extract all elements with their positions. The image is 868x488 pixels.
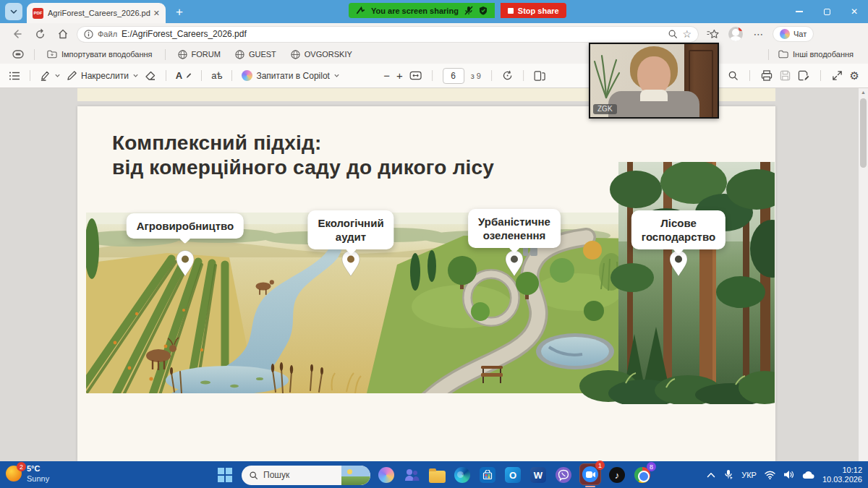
taskbar-copilot-icon[interactable] [377, 466, 396, 484]
taskbar-outlook-icon[interactable]: O [503, 466, 522, 484]
weather-widget[interactable]: 2 5°C Sunny [6, 463, 49, 484]
taskbar-search[interactable]: Пошук [242, 466, 370, 485]
window-minimize-button[interactable] [786, 0, 813, 23]
highlighter-button[interactable] [40, 70, 61, 81]
taskbar-clock[interactable]: 10:12 10.03.2026 [822, 466, 862, 484]
page-total-label: з 9 [471, 72, 481, 80]
globe-icon [178, 50, 187, 59]
page-view-button[interactable] [534, 71, 545, 81]
url-text[interactable]: E:/AgriForest_Careers_2026.pdf [122, 29, 663, 39]
taskbar-word-icon[interactable]: W [529, 466, 548, 484]
scrollbar-thumb[interactable] [860, 98, 867, 168]
read-aloud-button[interactable]: аѣ [211, 70, 222, 81]
screen: PDF AgriForest_Careers_2026.pdf ✕ + You … [0, 0, 868, 488]
globe-icon [291, 50, 300, 59]
small-pen-icon [186, 72, 192, 79]
microphone-in-use-icon[interactable] [723, 469, 733, 480]
pdf-content-area[interactable]: Комплексний підхід: від комерційного сад… [0, 88, 868, 461]
save-as-button[interactable] [798, 70, 809, 81]
reload-button[interactable] [30, 25, 49, 43]
pdf-toolbar: Накреслити A аѣ Запитати в Copilot − + з… [0, 64, 868, 88]
weather-condition: Sunny [27, 474, 49, 484]
onedrive-cloud-icon[interactable] [802, 471, 814, 479]
zoom-page-icon[interactable] [668, 29, 678, 39]
screen-share-banner: You are screen sharing Stop share [349, 3, 566, 18]
window-close-button[interactable]: ✕ [841, 0, 868, 23]
collections-icon[interactable] [703, 25, 722, 43]
copilot-icon [242, 70, 252, 81]
scroll-up-arrow[interactable]: ▲ [861, 90, 866, 95]
browser-navbar: Файл E:/AgriForest_Careers_2026.pdf ☆ ⋯ … [0, 23, 868, 45]
pdf-page: Комплексний підхід: від комерційного сад… [77, 106, 775, 461]
save-button[interactable] [780, 70, 791, 81]
taskbar-tiktok-icon[interactable]: ♪ [608, 466, 626, 484]
tab-pdf[interactable]: PDF AgriForest_Careers_2026.pdf ✕ [27, 3, 166, 23]
zoom-active-indicator [585, 486, 595, 487]
bookmark-forum[interactable]: FORUM [172, 47, 226, 61]
new-tab-button[interactable]: + [176, 6, 183, 18]
zoom-in-button[interactable]: + [396, 69, 403, 82]
tray-expand-chevron[interactable] [707, 472, 715, 478]
stop-share-button[interactable]: Stop share [501, 3, 566, 18]
draw-button[interactable]: Накреслити [67, 70, 139, 81]
table-of-contents-button[interactable] [9, 71, 20, 81]
taskbar-explorer-icon[interactable] [427, 466, 446, 484]
page-number-input[interactable] [443, 68, 464, 84]
rotate-button[interactable] [502, 70, 513, 81]
volume-icon[interactable] [783, 470, 794, 479]
info-icon[interactable] [84, 30, 93, 39]
slide-illustration [86, 162, 775, 404]
search-placeholder: Пошук [263, 470, 336, 480]
copilot-chat-button[interactable]: Чат [773, 26, 814, 42]
slide-title-line1: Комплексний підхід: [112, 131, 494, 155]
divider [432, 70, 433, 81]
bookmark-import-favorites[interactable]: Імпортувати вподобання [41, 47, 158, 61]
tab-list-chevron-button[interactable] [5, 3, 22, 20]
divider [30, 70, 30, 81]
workspaces-icon[interactable] [9, 46, 27, 63]
taskbar-store-icon[interactable] [478, 466, 497, 484]
browser-menu-button[interactable]: ⋯ [749, 25, 768, 43]
tab-close-icon[interactable]: ✕ [153, 9, 160, 18]
add-text-button[interactable]: A [176, 70, 192, 81]
weather-badge: 2 [17, 462, 26, 471]
settings-gear-button[interactable]: ⚙ [850, 69, 859, 82]
pdf-toolbar-right: ⚙ [728, 69, 859, 82]
taskbar-teams-icon[interactable] [402, 466, 421, 484]
pen-icon [67, 70, 77, 81]
print-button[interactable] [761, 70, 773, 81]
profile-avatar[interactable] [726, 25, 745, 43]
bookmark-guest[interactable]: GUEST [229, 47, 282, 61]
taskbar-edge-icon[interactable] [453, 466, 472, 484]
other-favorites-button[interactable]: Інші вподобання [773, 47, 859, 61]
ask-copilot-button[interactable]: Запитати в Copilot [242, 70, 340, 81]
callout-forestry: Лісове господарство [631, 210, 726, 249]
address-bar[interactable]: Файл E:/AgriForest_Careers_2026.pdf ☆ [77, 26, 699, 43]
fullscreen-button[interactable] [832, 70, 843, 81]
map-pin-agro [176, 250, 195, 277]
divider [491, 70, 492, 81]
divider [231, 70, 232, 81]
copilot-icon [780, 29, 790, 39]
taskbar-chrome-icon[interactable]: 8 [633, 466, 652, 484]
bookmark-ovgorskiy[interactable]: OVGORSKIY [285, 47, 358, 61]
highlighter-icon [40, 70, 51, 81]
taskbar-zoom-icon-active[interactable]: 1 [579, 463, 601, 485]
favorite-star-icon[interactable]: ☆ [682, 28, 692, 40]
start-button[interactable] [216, 466, 235, 484]
back-button[interactable] [7, 25, 26, 43]
vertical-scrollbar[interactable]: ▲ [859, 88, 868, 461]
webcam-overlay[interactable]: ZGK [589, 43, 719, 119]
language-indicator[interactable]: УКР [741, 471, 757, 479]
window-maximize-button[interactable] [813, 0, 841, 23]
search-document-button[interactable] [728, 70, 739, 81]
eraser-button[interactable] [145, 71, 156, 81]
wifi-icon[interactable] [765, 471, 775, 479]
zoom-out-button[interactable]: − [383, 69, 390, 82]
share-banner-text: You are screen sharing [371, 7, 459, 15]
taskbar-viber-icon[interactable] [554, 466, 573, 484]
search-daily-image[interactable] [341, 466, 370, 485]
home-button[interactable] [54, 25, 72, 43]
tab-title: AgriForest_Careers_2026.pdf [48, 9, 150, 17]
fit-to-width-button[interactable] [409, 71, 422, 80]
